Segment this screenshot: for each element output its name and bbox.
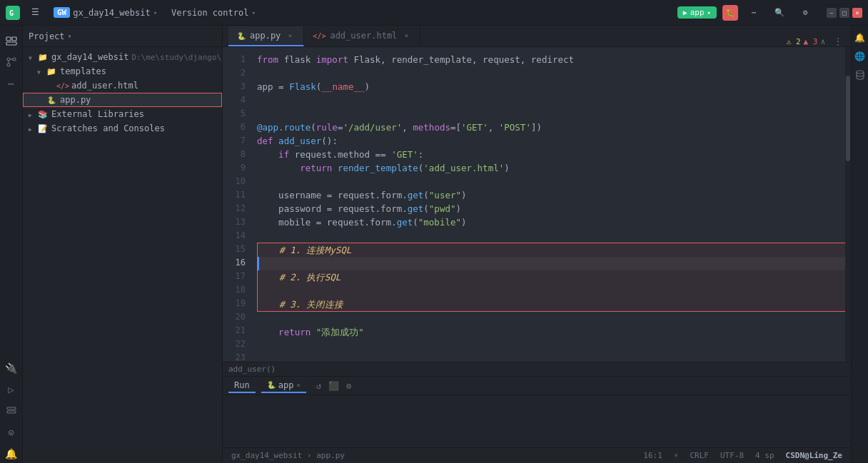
encoding-icon: ⚡ (671, 451, 682, 460)
workspace-badge: GW (54, 7, 70, 18)
sidebar-icon-layers[interactable] (2, 402, 21, 420)
code-lines[interactable]: from flask import Flask, render_template… (251, 47, 851, 362)
svg-rect-4 (12, 37, 16, 41)
run-button[interactable]: ▶ app ▾ (677, 6, 717, 19)
code-line-12: password = request.form.get("pwd") (257, 202, 851, 215)
brand-label: CSDN@Ling_Ze (783, 451, 845, 460)
run-chevron: ▾ (707, 9, 711, 16)
tab-app-py-close[interactable]: × (285, 31, 295, 41)
close-btn[interactable]: × (852, 8, 862, 18)
line-numbers: 12345 678910 1112131415 16 17181920 2122… (223, 47, 251, 362)
tab-html-close[interactable]: × (401, 31, 411, 41)
code-line-1: from flask import Flask, render_template… (257, 53, 851, 66)
bottom-settings-btn[interactable]: ⚙ (345, 380, 353, 392)
root-label: gx_day14_websit (51, 52, 128, 62)
maximize-btn[interactable]: □ (839, 8, 849, 18)
project-name-btn[interactable]: GW gx_day14_websit ▾ (48, 6, 163, 19)
alert-badges: ⚠ 2 ▲ 3 ∧ (787, 37, 825, 46)
right-icon-notifications[interactable]: 🔔 (854, 31, 867, 44)
right-icon-globe[interactable]: 🌐 (854, 50, 867, 63)
tree-item-add-user-html[interactable]: </> add_user.html (23, 78, 222, 93)
bottom-panel: Run 🐍 app × ↺ ⬛ ⚙ (223, 376, 851, 447)
app-tab-label: app (278, 380, 294, 390)
svg-text:G: G (9, 9, 14, 17)
code-line-21: return "添加成功" (257, 325, 851, 339)
minimize-btn[interactable]: − (827, 8, 837, 18)
project-panel: Project ▾ 📁 gx_day14_websit D:\me\study\… (23, 26, 223, 463)
svg-rect-2 (6, 37, 11, 41)
function-hint: add_user() (228, 365, 276, 374)
tree-item-ext-libs[interactable]: 📚 External Libraries (23, 107, 222, 121)
restart-btn[interactable]: ↺ (315, 380, 323, 392)
code-line-3: app = Flask(__name__) (257, 80, 851, 93)
app-logo: G (6, 6, 20, 20)
indent[interactable]: 4 sp (752, 451, 777, 460)
app-py-label: app.py (60, 95, 91, 105)
project-panel-chevron: ▾ (68, 32, 72, 40)
add-user-html-label: add_user.html (71, 81, 138, 91)
editor-bottom-bar: add_user() (223, 362, 851, 376)
encoding[interactable]: UTF-8 (717, 451, 747, 460)
tree-item-templates[interactable]: 📁 templates (23, 64, 222, 78)
settings-btn[interactable]: ⚙ (795, 6, 815, 20)
more-actions-btn[interactable]: ⋯ (744, 6, 764, 20)
code-editor[interactable]: 12345 678910 1112131415 16 17181920 2122… (223, 47, 851, 362)
project-tree: 📁 gx_day14_websit D:\me\study\django\gx_… (23, 47, 222, 463)
main-layout: ⋯ 🔌 ▷ ⊙ 🔔 Project ▾ 📁 gx_day14_websit D:… (0, 26, 868, 463)
tab-html-icon: </> (313, 32, 326, 40)
titlebar: G ☰ GW gx_day14_websit ▾ Version control… (0, 0, 868, 26)
line-ending[interactable]: CRLF (687, 451, 712, 460)
sidebar-icon-bar: ⋯ 🔌 ▷ ⊙ 🔔 (0, 26, 23, 463)
svg-rect-3 (6, 42, 16, 45)
breadcrumb[interactable]: gx_day14_websit › app.py (228, 451, 348, 460)
menu-bar: ☰ GW gx_day14_websit ▾ Version control ▾ (26, 6, 261, 19)
tab-app-py-icon: 🐍 (237, 32, 246, 40)
ext-libs-chevron (29, 111, 37, 118)
editor-scrollbar[interactable] (845, 47, 851, 362)
project-name-label: gx_day14_websit (73, 8, 150, 18)
right-icon-database[interactable] (854, 68, 867, 81)
app-tab-close[interactable]: × (296, 382, 300, 389)
bottom-toolbar: ↺ ⬛ ⚙ (312, 378, 355, 394)
sidebar-icon-run2[interactable]: ▷ (2, 380, 21, 399)
tree-item-root[interactable]: 📁 gx_day14_websit D:\me\study\django\gx_… (23, 50, 222, 64)
hamburger-menu[interactable]: ☰ (26, 6, 45, 19)
editor-tabs: 🐍 app.py × </> add_user.html × ⚠ 2 ▲ 3 ∧… (223, 26, 851, 47)
tab-add-user-html[interactable]: </> add_user.html × (304, 26, 420, 46)
tab-more-btn[interactable]: ⋮ (831, 36, 845, 46)
code-line-10 (257, 175, 851, 188)
tab-extra: ⚠ 2 ▲ 3 ∧ (787, 37, 828, 46)
tree-item-app-py[interactable]: 🐍 app.py (23, 93, 222, 107)
app-tab[interactable]: 🐍 app × (261, 379, 306, 393)
vcs-btn[interactable]: Version control ▾ (166, 6, 261, 19)
py-file-icon: 🐍 (46, 94, 57, 106)
run-label: app (690, 8, 705, 17)
code-line-14 (257, 229, 851, 243)
vcs-chevron: ▾ (251, 9, 255, 16)
code-line-6: @app.route(rule='/add/user', methods=['G… (257, 121, 851, 134)
tab-app-py[interactable]: 🐍 app.py × (228, 26, 304, 46)
root-chevron (29, 54, 37, 61)
cursor-position[interactable]: 16:1 (640, 451, 665, 460)
stop-btn[interactable]: ⬛ (327, 380, 340, 392)
run-tab-label: Run (234, 380, 250, 390)
collapse-btn[interactable]: ∧ (820, 37, 825, 46)
sidebar-icon-notifications[interactable]: 🔔 (2, 444, 21, 463)
status-left: gx_day14_websit › app.py (228, 451, 348, 460)
scrollbar-thumb (846, 76, 850, 161)
tree-item-scratches[interactable]: 📝 Scratches and Consoles (23, 121, 222, 136)
debug-button[interactable]: 🐛 (722, 5, 738, 21)
search-btn[interactable]: 🔍 (769, 6, 789, 20)
sidebar-icon-project[interactable] (2, 31, 21, 50)
sidebar-icon-plugins[interactable]: 🔌 (2, 359, 21, 377)
ext-libs-icon: 📚 (37, 108, 49, 120)
code-line-2 (257, 66, 851, 80)
sidebar-icon-terminal[interactable]: ⊙ (2, 423, 21, 442)
svg-point-6 (7, 63, 10, 66)
sidebar-icon-more[interactable]: ⋯ (2, 74, 21, 93)
warning-badge: ⚠ 2 (787, 37, 801, 46)
scratches-label: Scratches and Consoles (51, 123, 165, 133)
project-panel-header[interactable]: Project ▾ (23, 26, 222, 47)
sidebar-icon-vcs[interactable] (2, 53, 21, 71)
run-tab[interactable]: Run (228, 379, 256, 393)
